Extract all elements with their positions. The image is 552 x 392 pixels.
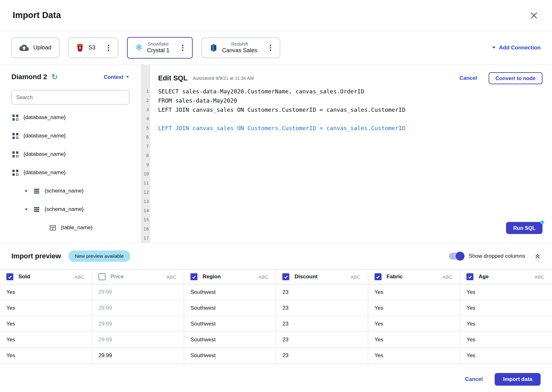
table-cell: Yes (368, 348, 460, 364)
database-icon (12, 133, 19, 139)
tree-item-schema[interactable]: {schema_name} (11, 182, 129, 200)
database-icon (12, 114, 19, 121)
editor-cancel-button[interactable]: Cancel (459, 75, 477, 81)
table-cell: Southwest (184, 300, 276, 316)
import-data-button[interactable]: Import data (495, 373, 541, 386)
dialog-header: Import Data (0, 0, 552, 31)
line-number: 16 (141, 224, 150, 234)
chevron-right-icon[interactable] (24, 189, 28, 193)
check-icon (284, 275, 288, 279)
table-cell: 23 (276, 316, 368, 332)
code-line: LEFT JOIN canvas_sales ON Customers.Cust… (158, 105, 542, 114)
kebab-menu-icon[interactable] (269, 44, 272, 52)
autosave-status: Autosaved 8/9/21 at 11:34 AM (193, 76, 254, 81)
column-header-sold: SoldABC (0, 269, 92, 284)
tree-item-schema[interactable]: {schema_name} (11, 200, 129, 218)
kebab-menu-icon[interactable] (181, 44, 184, 52)
column-header-age: AgeABC (460, 269, 552, 284)
redshift-icon (209, 44, 218, 52)
upload-button[interactable]: Upload (11, 38, 59, 58)
collapse-preview-button[interactable] (535, 253, 541, 259)
column-label: Region (202, 274, 221, 280)
table-cell: 23 (276, 348, 368, 364)
tree-item-label: {table_name} (61, 224, 93, 231)
close-icon (530, 12, 537, 19)
redshift-connection-button[interactable]: Redshift Canvas Sales (202, 38, 280, 58)
table-row: Yes29.99Southwest23YesYes (0, 332, 552, 348)
table-row: Yes29.99Southwest23YesYes (0, 316, 552, 332)
line-number: 12 (141, 188, 150, 197)
show-dropped-columns-toggle[interactable] (449, 253, 464, 260)
search-input[interactable] (11, 90, 129, 104)
dialog-footer: Cancel Import data (0, 367, 552, 392)
column-checkbox[interactable] (466, 273, 473, 280)
caret-down-icon (126, 76, 129, 78)
column-checkbox[interactable] (375, 273, 382, 280)
schema-icon (33, 206, 40, 213)
tree-item-database[interactable]: {database_name} (11, 108, 129, 127)
snowflake-connection-button[interactable]: ❄ Snowflake Crystal 1 (127, 37, 193, 59)
column-checkbox[interactable] (6, 273, 13, 280)
connection-name-label: Crystal 1 (147, 47, 170, 54)
run-sql-button[interactable]: Run SQL (506, 222, 542, 234)
editor-title: Edit SQL (158, 74, 188, 82)
column-header-region: RegionABC (184, 269, 276, 284)
check-icon (375, 275, 380, 279)
new-preview-badge: New preview available (68, 250, 130, 262)
tree-item-label: {schema_name} (45, 188, 84, 194)
sql-code[interactable]: SELECT sales-data-May2020.CustomerName, … (158, 87, 542, 133)
line-number: 2 (141, 96, 150, 105)
add-connection-button[interactable]: Add Connection (492, 45, 541, 51)
import-preview-section: Import preview New preview available Sho… (0, 243, 552, 367)
tree-item-database[interactable]: {database_name} (11, 145, 129, 163)
line-number: 8 (141, 151, 150, 160)
convert-to-node-button[interactable]: Convert to node (489, 72, 543, 84)
code-line: FROM sales-data-May2020 (158, 96, 542, 105)
refresh-icon: ↻ (51, 73, 58, 81)
tree-item-table[interactable]: {table_name} (11, 218, 129, 237)
column-checkbox[interactable] (282, 273, 289, 280)
line-number: 5 (141, 123, 150, 133)
main-split: Diamond 2 ↻ Context {database_name}{data… (0, 65, 552, 243)
connection-type-label: Snowflake (148, 41, 169, 47)
table-cell (276, 364, 368, 367)
s3-connection-button[interactable]: S3 (68, 38, 118, 58)
table-row-clipped (0, 364, 552, 367)
snowflake-icon: ❄ (135, 43, 143, 52)
line-number: 10 (141, 169, 150, 179)
check-icon (192, 275, 196, 279)
connection-type-label: Redshift (231, 41, 248, 47)
table-cell (368, 364, 460, 367)
table-cell (0, 364, 92, 367)
tree-item-database[interactable]: {database_name} (11, 127, 129, 145)
tree-item-label: {database_name} (23, 114, 66, 121)
preview-header: Import preview New preview available Sho… (0, 243, 552, 269)
check-icon (468, 275, 472, 279)
connection-bar: Upload S3 ❄ Snowflake Crystal 1 (0, 31, 552, 65)
column-header-fabric: FabricABC (368, 269, 460, 284)
connection-title: Diamond 2 (11, 73, 47, 81)
column-checkbox[interactable] (99, 273, 106, 280)
tree-item-database[interactable]: {database_name} (11, 163, 129, 182)
database-icon (12, 169, 19, 176)
line-number: 4 (141, 114, 150, 123)
column-checkbox[interactable] (190, 273, 197, 280)
close-button[interactable] (529, 10, 539, 21)
refresh-button[interactable]: ↻ (51, 73, 58, 81)
kebab-menu-icon[interactable] (107, 44, 110, 52)
editor-header: Edit SQL Autosaved 8/9/21 at 11:34 AM Ca… (158, 72, 542, 84)
table-cell: 29.99 (92, 284, 184, 300)
s3-icon (76, 43, 84, 52)
table-cell (184, 364, 276, 367)
upload-label: Upload (33, 44, 51, 51)
cancel-button[interactable]: Cancel (465, 376, 483, 383)
table-cell: 23 (276, 300, 368, 316)
column-label: Sold (18, 274, 30, 280)
chevron-down-icon[interactable] (24, 207, 28, 211)
preview-table: SoldABCPriceABCRegionABCDiscountABCFabri… (0, 269, 552, 367)
context-dropdown[interactable]: Context (104, 74, 129, 80)
preview-header-row: SoldABCPriceABCRegionABCDiscountABCFabri… (0, 269, 552, 284)
table-cell: 29.99 (92, 316, 184, 332)
column-type-label: ABC (74, 274, 84, 280)
line-number: 17 (141, 234, 150, 243)
